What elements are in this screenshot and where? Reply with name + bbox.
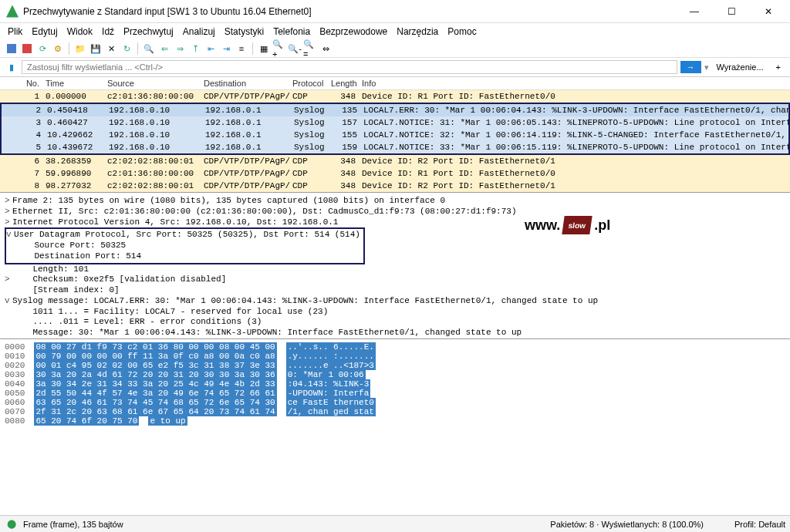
menu-bar: PlikEdytujWidokIdźPrzechwytujAnalizujSta… [0, 23, 790, 40]
detail-row[interactable]: Destination Port: 514 [6, 251, 360, 262]
menu-plik[interactable]: Plik [8, 26, 22, 37]
bookmark-icon[interactable]: ▮ [5, 60, 19, 74]
jump-icon[interactable]: ⤒ [188, 42, 202, 56]
detail-row[interactable]: > Checksum: 0xe2f5 [validation disabled] [5, 274, 785, 285]
hex-row[interactable]: 000008 00 27 d1 f9 73 c2 01 36 80 00 00 … [5, 342, 785, 352]
packet-row[interactable]: 30.460427192.168.0.10192.168.0.1Syslog15… [2, 116, 788, 129]
hex-row[interactable]: 002000 01 c4 95 02 02 00 65 e2 f5 3c 31 … [5, 361, 785, 370]
app-icon [6, 5, 19, 18]
last-icon[interactable]: ⇥ [219, 42, 233, 56]
open-icon[interactable]: 📁 [73, 42, 87, 56]
packet-list-header: No. Time Source Destination Protocol Len… [0, 77, 790, 90]
packet-row[interactable]: 898.277032c2:02:02:88:00:01CDP/VTP/DTP/P… [0, 180, 790, 192]
close-button[interactable]: ✕ [753, 2, 784, 21]
menu-narzędzia[interactable]: Narzędzia [397, 26, 438, 37]
hex-dump-pane[interactable]: 000008 00 27 d1 f9 73 c2 01 36 80 00 00 … [0, 338, 790, 439]
window-title: Przechwytywanie z Standard input [SW1 3 … [23, 6, 679, 17]
zoom-in-icon[interactable]: 🔍+ [272, 42, 286, 56]
hex-row[interactable]: 00702f 31 2c 20 63 68 61 6e 67 65 64 20 … [5, 407, 785, 416]
packet-row[interactable]: 510.439672192.168.0.10192.168.0.1Syslog1… [2, 141, 788, 153]
zoom-reset-icon[interactable]: 🔍= [303, 42, 317, 56]
packet-details-pane[interactable]: >Frame 2: 135 bytes on wire (1080 bits),… [0, 192, 790, 338]
hex-row[interactable]: 00502d 55 50 44 4f 57 4e 3a 20 49 6e 74 … [5, 389, 785, 398]
menu-bezprzewodowe[interactable]: Bezprzewodowe [319, 26, 387, 37]
menu-idź[interactable]: Idź [102, 26, 114, 37]
next-icon[interactable]: ⇒ [173, 42, 187, 56]
menu-edytuj[interactable]: Edytuj [32, 26, 57, 37]
apply-filter-button[interactable]: → [680, 61, 701, 73]
detail-row[interactable]: .... .011 = Level: ERR - error condition… [5, 317, 785, 328]
detail-row[interactable]: >Frame 2: 135 bytes on wire (1080 bits),… [5, 196, 785, 207]
menu-statystyki[interactable]: Statystyki [225, 26, 264, 37]
detail-row[interactable]: Message: 30: *Mar 1 00:06:04.143: %LINK-… [5, 328, 785, 338]
status-right: Profil: Default [734, 520, 785, 529]
reload-icon[interactable]: ↻ [120, 42, 133, 56]
packet-row[interactable]: 410.429662192.168.0.10192.168.0.1Syslog1… [2, 129, 788, 141]
prev-icon[interactable]: ⇐ [157, 42, 171, 56]
expression-button[interactable]: Wyrażenie... [712, 62, 768, 72]
restart-capture-icon[interactable]: ⟳ [35, 42, 49, 56]
detail-row[interactable]: Source Port: 50325 [6, 241, 360, 251]
colorize-icon[interactable]: ▦ [257, 42, 271, 56]
packet-row[interactable]: 10.000000c2:01:36:80:00:00CDP/VTP/DTP/PA… [0, 90, 790, 103]
expert-info-icon[interactable]: ⬤ [5, 517, 19, 531]
autoscroll-icon[interactable]: ≡ [235, 42, 248, 56]
detail-row[interactable]: [Stream index: 0] [5, 285, 785, 296]
close-file-icon[interactable]: ✕ [104, 42, 118, 56]
detail-row[interactable]: >Ethernet II, Src: c2:01:36:80:00:00 (c2… [5, 207, 785, 217]
status-mid: Pakietów: 8 · Wyświetlanych: 8 (100.0%) [550, 520, 704, 529]
menu-analizuj[interactable]: Analizuj [183, 26, 215, 37]
menu-pomoc[interactable]: Pomoc [447, 26, 476, 37]
detail-row[interactable]: 1011 1... = Facility: LOCAL7 - reserved … [5, 307, 785, 318]
hex-row[interactable]: 008065 20 74 6f 20 75 70e to up [5, 416, 785, 426]
detail-row[interactable]: vUser Datagram Protocol, Src Port: 50325… [6, 230, 360, 241]
options-icon[interactable]: ⚙ [51, 42, 65, 56]
hex-row[interactable]: 003030 3a 20 2a 4d 61 72 20 20 31 20 30 … [5, 370, 785, 379]
toolbar: ⟳ ⚙ 📁 💾 ✕ ↻ 🔍 ⇐ ⇒ ⤒ ⇤ ⇥ ≡ ▦ 🔍+ 🔍- 🔍= ⇔ [0, 40, 790, 58]
zoom-out-icon[interactable]: 🔍- [288, 42, 302, 56]
detail-row[interactable]: Length: 101 [5, 264, 785, 275]
display-filter-input[interactable] [22, 60, 677, 74]
hex-row[interactable]: 006063 65 20 46 61 73 74 45 74 68 65 72 … [5, 398, 785, 407]
menu-telefonia[interactable]: Telefonia [273, 26, 310, 37]
detail-row[interactable]: >Internet Protocol Version 4, Src: 192.1… [5, 217, 785, 228]
packet-row[interactable]: 638.268359c2:02:02:88:00:01CDP/VTP/DTP/P… [0, 155, 790, 167]
find-icon[interactable]: 🔍 [142, 42, 156, 56]
hex-row[interactable]: 001000 79 00 00 00 00 ff 11 3a 0f c0 a8 … [5, 352, 785, 361]
detail-row[interactable]: vSyslog message: LOCAL7.ERR: 30: *Mar 1 … [5, 296, 785, 307]
add-filter-button[interactable]: + [771, 62, 785, 72]
save-icon[interactable]: 💾 [89, 42, 103, 56]
hex-row[interactable]: 00403a 30 34 2e 31 34 33 3a 20 25 4c 49 … [5, 379, 785, 389]
packet-row[interactable]: 20.450418192.168.0.10192.168.0.1Syslog13… [2, 104, 788, 116]
first-icon[interactable]: ⇤ [204, 42, 218, 56]
start-capture-icon[interactable] [5, 42, 19, 56]
stop-capture-icon[interactable] [20, 42, 34, 56]
minimize-button[interactable]: — [679, 2, 710, 21]
status-left: Frame (frame), 135 bajtów [23, 520, 123, 529]
watermark-logo: www. slow .pl [525, 216, 610, 234]
resize-cols-icon[interactable]: ⇔ [319, 42, 333, 56]
packet-row[interactable]: 759.996890c2:01:36:80:00:00CDP/VTP/DTP/P… [0, 167, 790, 180]
menu-przechwytuj[interactable]: Przechwytuj [123, 26, 174, 37]
maximize-button[interactable]: ☐ [716, 2, 747, 21]
menu-widok[interactable]: Widok [67, 26, 93, 37]
